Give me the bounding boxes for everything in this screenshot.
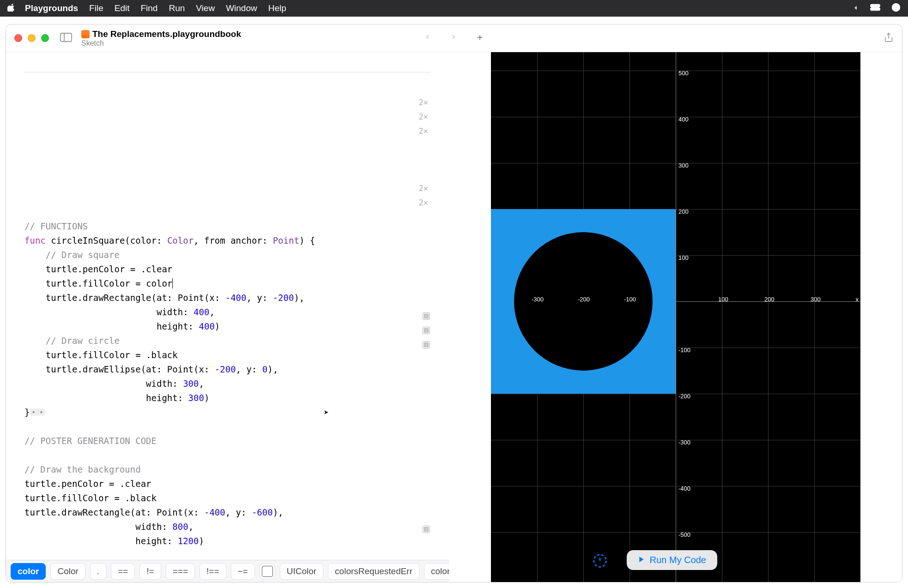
code-text: circleInSquare(color: (46, 235, 167, 246)
completion-item[interactable]: Color (50, 563, 85, 580)
run-count-badge: 2× (419, 124, 428, 138)
y-tick-label: 500 (678, 70, 689, 77)
find-menu[interactable]: Find (140, 3, 157, 13)
live-view-pane: 500 400 300 200 100 -100 -200 -300 -400 … (449, 52, 902, 582)
grid-line (814, 52, 815, 582)
comment: // Draw circle (24, 336, 120, 346)
code-text: turtle.penColor = .clear (24, 479, 151, 489)
nav-back-icon[interactable] (424, 33, 431, 43)
code-text: turtle.drawRectangle(at: Point(x: (24, 293, 225, 303)
code-text: width: (24, 307, 194, 317)
system-menubar: Playgrounds File Edit Find Run View Wind… (0, 0, 908, 17)
sidebar-toggle-icon[interactable] (60, 33, 72, 44)
grid-line (768, 52, 769, 582)
result-quicklook-icon[interactable] (422, 311, 431, 320)
chevron-left-icon[interactable] (853, 3, 859, 13)
code-text: , y: (225, 507, 252, 517)
x-tick-label: 100 (718, 296, 728, 303)
x-tick-label: 300 (811, 296, 821, 303)
code-text: width: (24, 378, 183, 389)
add-page-icon[interactable] (476, 33, 484, 43)
code-text: ) { (299, 235, 315, 246)
nav-forward-icon[interactable] (450, 33, 457, 43)
execution-speed-icon[interactable] (593, 553, 607, 568)
completion-item[interactable]: colorS (424, 563, 449, 580)
grid-line (491, 440, 860, 440)
number: 1200 (178, 536, 199, 546)
code-text: ), (267, 364, 278, 374)
completion-item[interactable]: colorsRequestedErr (328, 563, 419, 580)
run-count-badge: 2× (419, 96, 428, 110)
code-text: height: (24, 536, 178, 546)
comment: // Draw square (24, 250, 120, 260)
completion-item[interactable]: . (90, 563, 106, 580)
completion-item[interactable]: != (139, 563, 161, 580)
titlebar: The Replacements.playgroundbook Sketch (6, 24, 902, 52)
number: 400 (194, 307, 209, 317)
run-button-label: Run My Code (650, 555, 706, 565)
x-tick-label: -200 (578, 296, 590, 303)
document-title: The Replacements.playgroundbook (92, 29, 241, 39)
svg-rect-0 (871, 5, 880, 7)
y-tick-label: 400 (678, 116, 689, 123)
number: -400 (204, 507, 225, 517)
document-subtitle: Sketch (81, 39, 241, 48)
x-tick-label: -300 (532, 296, 544, 303)
code-editor[interactable]: 2× 2× 2× 2× 2× // FUNCTIONS func circleI… (6, 52, 449, 554)
run-my-code-button[interactable]: Run My Code (627, 550, 717, 570)
fullscreen-button[interactable] (41, 34, 49, 42)
code-text: , from anchor: (194, 235, 273, 246)
number: 0 (262, 364, 267, 374)
result-quicklook-icon[interactable] (422, 325, 431, 334)
apple-menu-icon[interactable] (7, 3, 16, 14)
share-icon[interactable] (884, 32, 894, 45)
number: -400 (225, 293, 247, 303)
completion-color-picker[interactable] (260, 564, 275, 579)
view-menu[interactable]: View (196, 3, 215, 13)
code-text: ) (215, 321, 220, 331)
number: -200 (273, 293, 294, 303)
code-text: , y: (236, 364, 262, 374)
y-axis (676, 52, 676, 582)
run-count-badge: 2× (419, 196, 428, 210)
minimize-button[interactable] (28, 34, 36, 42)
code-fold-indicator[interactable]: • • (30, 408, 45, 416)
result-quicklook-icon[interactable] (422, 524, 431, 533)
completion-item[interactable]: UIColor (280, 563, 323, 580)
number: 800 (172, 522, 188, 532)
control-center-icon[interactable] (870, 3, 880, 13)
clock-icon[interactable] (891, 3, 901, 14)
code-text: turtle.penColor = .clear (24, 264, 172, 274)
code-text: width: (24, 522, 172, 532)
code-text: ), (273, 507, 284, 517)
y-tick-label: 200 (678, 208, 689, 215)
keyword: func (24, 235, 46, 246)
completion-item[interactable]: !== (200, 563, 226, 580)
completion-item[interactable]: color (11, 563, 46, 580)
help-menu[interactable]: Help (268, 3, 286, 13)
comment: // Draw the background (24, 464, 141, 474)
x-axis-label: x (856, 296, 859, 303)
completion-item[interactable]: === (166, 563, 195, 580)
run-count-badge: 2× (419, 110, 428, 124)
edit-menu[interactable]: Edit (115, 3, 130, 13)
x-tick-label: 200 (764, 296, 775, 303)
number: -600 (252, 507, 273, 517)
result-quicklook-icon[interactable] (422, 339, 431, 348)
app-menu[interactable]: Playgrounds (25, 3, 78, 13)
completion-item[interactable]: == (111, 563, 135, 580)
comment: // FUNCTIONS (24, 221, 88, 231)
code-completion-bar: color Color . == != === !== ~= UIColor c… (6, 560, 449, 582)
code-text: ) (204, 393, 209, 403)
close-button[interactable] (14, 34, 22, 42)
completion-item[interactable]: ~= (231, 563, 255, 580)
window-menu[interactable]: Window (226, 3, 257, 13)
comment: // POSTER GENERATION CODE (24, 436, 157, 446)
y-tick-label: -100 (678, 347, 690, 354)
code-text: height: (24, 393, 188, 403)
file-menu[interactable]: File (89, 3, 103, 13)
grid-line (491, 394, 860, 394)
window-controls (14, 34, 49, 42)
run-menu[interactable]: Run (169, 3, 185, 13)
code-text: , y: (246, 293, 272, 303)
